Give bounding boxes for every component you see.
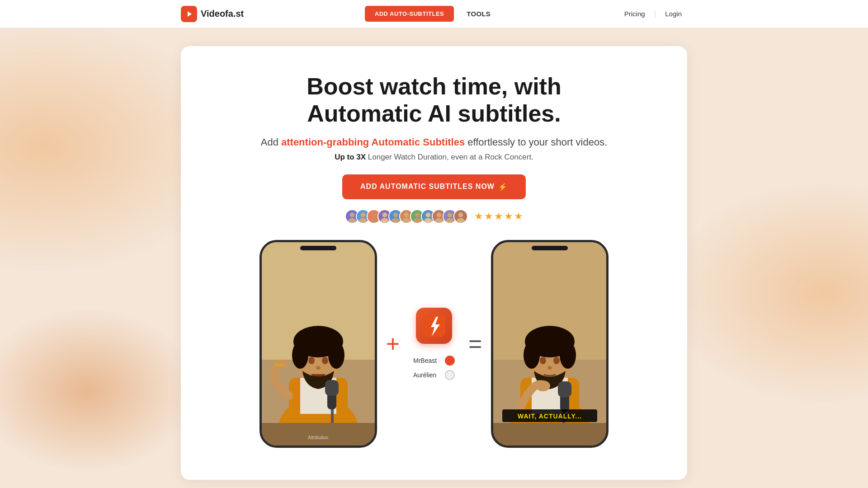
main-card: Boost watch time, with Automatic AI subt… — [181, 46, 687, 480]
note-suffix: Longer Watch Duration, even at a Rock Co… — [366, 153, 533, 161]
svg-point-66 — [536, 380, 550, 391]
phone-screen-right: WAIT, ACTUALLY... — [493, 242, 606, 446]
phone-before: Attribution — [259, 240, 377, 448]
logo-text: Videofa.st — [201, 9, 244, 19]
social-proof: ★ ★ ★ ★ ★ — [345, 209, 523, 224]
person-svg-left — [262, 242, 375, 446]
nav-pricing-link[interactable]: Pricing — [619, 6, 651, 21]
note-bold: Up to 3X — [335, 153, 366, 161]
star-rating: ★ ★ ★ ★ ★ — [474, 211, 523, 222]
star-1: ★ — [474, 211, 483, 222]
svg-point-24 — [426, 212, 431, 217]
svg-point-43 — [328, 342, 344, 369]
hero-subtitle: Add attention-grabbing Automatic Subtitl… — [261, 136, 608, 148]
nav-login-link[interactable]: Login — [660, 6, 687, 21]
svg-point-33 — [458, 212, 463, 217]
svg-point-9 — [372, 212, 377, 217]
logo-link[interactable]: Videofa.st — [181, 6, 244, 22]
svg-point-61 — [524, 342, 540, 369]
equals-symbol: = — [468, 332, 482, 356]
subtitle-suffix: effortlessly to your short videos. — [465, 136, 607, 148]
svg-rect-70 — [493, 423, 606, 446]
style-dot-aurelien[interactable] — [445, 370, 455, 380]
nav-right: Pricing | Login — [619, 6, 687, 21]
lightning-icon: ⚡ — [498, 183, 508, 191]
style-label-mrbeast: MrBeast — [413, 357, 440, 364]
plus-symbol: + — [386, 332, 400, 356]
svg-rect-50 — [274, 363, 283, 366]
subtitle-highlight: attention-grabbing Automatic Subtitles — [281, 136, 465, 148]
svg-rect-51 — [262, 423, 375, 446]
phone-notch-left — [300, 246, 336, 250]
person-svg-right: WAIT, ACTUALLY... — [493, 242, 606, 446]
subtitle-prefix: Add — [261, 136, 281, 148]
main-wrapper: Boost watch time, with Automatic AI subt… — [0, 28, 868, 480]
svg-point-18 — [404, 212, 409, 217]
svg-point-15 — [393, 212, 398, 217]
star-4: ★ — [504, 211, 513, 222]
svg-point-3 — [350, 212, 355, 217]
svg-point-42 — [292, 342, 308, 369]
phone-after: WAIT, ACTUALLY... — [491, 240, 609, 448]
nav-cta-button[interactable]: ADD AUTO-SUBTITLES — [365, 6, 454, 22]
svg-point-62 — [560, 342, 576, 369]
phone-screen-left: Attribution — [262, 242, 375, 446]
phone-notch-right — [532, 246, 568, 250]
svg-point-65 — [547, 366, 552, 370]
app-icon — [416, 308, 452, 344]
style-options: MrBeast Aurélien — [413, 356, 455, 380]
star-2: ★ — [484, 211, 493, 222]
svg-point-30 — [448, 212, 453, 217]
nav-tools-button[interactable]: TOOLS — [459, 5, 498, 22]
attribution-label: Attribution — [308, 435, 328, 440]
svg-point-12 — [382, 212, 387, 217]
svg-point-21 — [415, 212, 420, 217]
phones-section: Attribution + — [199, 240, 669, 448]
svg-point-45 — [322, 357, 328, 364]
navbar: Videofa.st ADD AUTO-SUBTITLES TOOLS Pric… — [0, 0, 868, 28]
hero-title: Boost watch time, with Automatic AI subt… — [253, 73, 615, 127]
svg-point-63 — [540, 357, 546, 364]
hero-note: Up to 3X Longer Watch Duration, even at … — [335, 153, 533, 162]
style-label-aurelien: Aurélien — [413, 371, 440, 379]
svg-rect-48 — [325, 380, 339, 396]
svg-point-27 — [437, 212, 442, 217]
svg-rect-68 — [558, 381, 571, 397]
style-option-aurelien[interactable]: Aurélien — [413, 370, 455, 380]
svg-point-6 — [361, 212, 366, 217]
star-3: ★ — [494, 211, 503, 222]
hero-cta-button[interactable]: ADD AUTOMATIC SUBTITLES NOW ⚡ — [342, 174, 526, 199]
star-5: ★ — [514, 211, 523, 222]
nav-center: ADD AUTO-SUBTITLES TOOLS — [365, 5, 498, 22]
style-option-mrbeast[interactable]: MrBeast — [413, 356, 455, 366]
cta-label: ADD AUTOMATIC SUBTITLES NOW — [360, 183, 495, 191]
nav-separator: | — [654, 9, 656, 19]
svg-point-44 — [308, 357, 315, 364]
style-dot-mrbeast[interactable] — [445, 356, 455, 366]
logo-icon — [181, 6, 197, 22]
svg-text:WAIT, ACTUALLY...: WAIT, ACTUALLY... — [518, 413, 582, 420]
app-icon-svg — [423, 314, 445, 337]
svg-point-64 — [553, 357, 560, 364]
svg-point-46 — [316, 366, 321, 370]
avatar — [453, 209, 468, 224]
avatar-group — [345, 209, 468, 224]
